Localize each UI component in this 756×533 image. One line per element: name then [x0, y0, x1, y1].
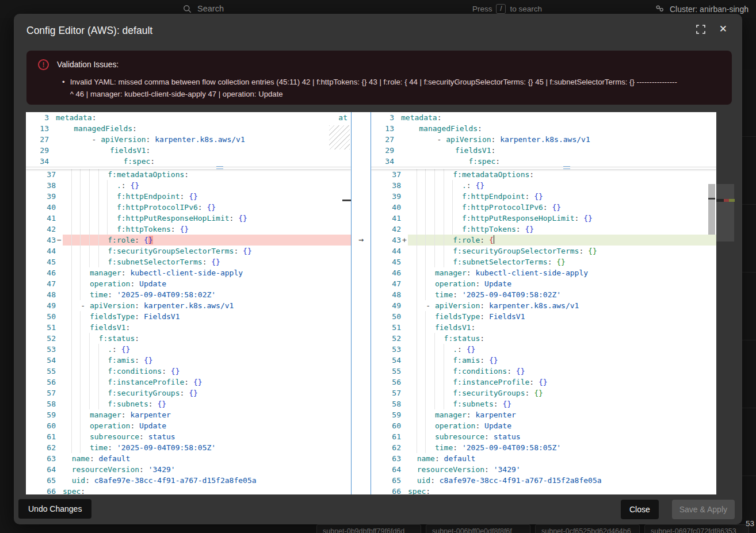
code-line[interactable]: 60operation: Update — [26, 420, 351, 431]
code-line[interactable]: 58f:subnets: {} — [26, 398, 351, 409]
slash-keycap: / — [496, 4, 506, 14]
code-line[interactable]: 27- apiVersion: karpenter.k8s.aws/v1 — [371, 134, 716, 145]
code-line[interactable]: 46manager: kubectl-client-side-apply — [371, 267, 716, 278]
code-line[interactable]: 42f:httpTokens: {} — [26, 224, 351, 235]
code-line[interactable]: 34f:spec: — [26, 156, 351, 167]
code-line[interactable]: 38.: {} — [26, 180, 351, 191]
code-line[interactable]: 63name: default — [371, 453, 716, 464]
line-number: 46 — [26, 267, 56, 278]
code-line[interactable]: 66spec: — [371, 486, 716, 494]
code-line[interactable]: 3metadata: — [371, 112, 716, 123]
code-line[interactable]: 53.: {} — [26, 344, 351, 355]
code-line[interactable]: 59manager: karpenter — [26, 409, 351, 420]
line-number: 54 — [26, 355, 56, 366]
save-apply-button[interactable]: Save & Apply — [672, 500, 735, 519]
line-number: 63 — [26, 453, 56, 464]
code-line[interactable]: 50fieldsType: FieldsV1 — [371, 311, 716, 322]
line-number: 38 — [26, 180, 56, 191]
code-line[interactable]: 58f:subnets: {} — [371, 398, 716, 409]
code-line[interactable]: 64resourceVersion: '3429' — [371, 464, 716, 475]
code-line[interactable]: 52f:status: — [26, 333, 351, 344]
code-line[interactable]: 13managedFields: — [26, 123, 351, 134]
code-line[interactable]: 48time: '2025-09-04T09:58:02Z' — [26, 289, 351, 300]
undo-changes-button[interactable]: Undo Changes — [18, 499, 91, 519]
code-line[interactable]: 41f:httpPutResponseHopLimit: {} — [26, 213, 351, 224]
line-number: 46 — [371, 267, 401, 278]
code-line[interactable]: 51fieldsV1: — [371, 322, 716, 333]
code-line[interactable]: 43−f:role: {} — [26, 235, 351, 246]
code-line[interactable]: 37f:metadataOptions: — [371, 169, 716, 180]
code-line[interactable]: 49- apiVersion: karpenter.k8s.aws/v1 — [26, 300, 351, 311]
line-number: 27 — [371, 134, 394, 145]
code-line[interactable]: 65uid: c8afe97e-38cc-4f91-a767-d15f2a8fe… — [371, 475, 716, 486]
code-line[interactable]: 62time: '2025-09-04T09:58:05Z' — [371, 442, 716, 453]
code-line[interactable]: 65uid: c8afe97e-38cc-4f91-a767-d15f2a8fe… — [26, 475, 351, 486]
code-line[interactable]: 54f:amis: {} — [371, 355, 716, 366]
code-line[interactable]: 44f:securityGroupSelectorTerms: {} — [26, 246, 351, 256]
line-number: 52 — [371, 333, 401, 344]
code-line[interactable]: 59manager: karpenter — [371, 409, 716, 420]
code-line[interactable]: 3metadata: — [26, 112, 351, 123]
code-line[interactable]: 34f:spec: — [371, 156, 716, 167]
code-line[interactable]: 52f:status: — [371, 333, 716, 344]
diff-marker: + — [401, 235, 408, 246]
diff-marker — [56, 246, 63, 256]
close-icon[interactable]: ✕ — [719, 24, 727, 34]
modal-title: Config Editor (AWS): default — [26, 24, 152, 37]
code-line[interactable]: 62time: '2025-09-04T09:58:05Z' — [26, 442, 351, 453]
code-line[interactable]: 66spec: — [26, 486, 351, 494]
code-line[interactable]: 53.: {} — [371, 344, 716, 355]
code-line[interactable]: 60operation: Update — [371, 420, 716, 431]
fullscreen-button[interactable] — [696, 24, 706, 34]
code-line[interactable]: 55f:conditions: {} — [26, 366, 351, 377]
code-line[interactable]: 61subresource: status — [371, 431, 716, 442]
indent-guides — [63, 388, 99, 398]
indent-guides — [63, 191, 108, 202]
code-line[interactable]: 13managedFields: — [371, 123, 716, 134]
revert-change-arrow[interactable]: → — [352, 235, 371, 246]
line-number: 3 — [26, 112, 49, 123]
code-line[interactable]: 47operation: Update — [26, 278, 351, 289]
diff-marker — [56, 420, 63, 431]
line-number: 54 — [371, 355, 401, 366]
code-line[interactable]: 63name: default — [26, 453, 351, 464]
code-line[interactable]: 42f:httpTokens: {} — [371, 224, 716, 235]
code-line[interactable]: 43+f:role: { — [371, 235, 716, 246]
code-line[interactable]: 27- apiVersion: karpenter.k8s.aws/v1 — [26, 134, 351, 145]
line-number: 39 — [26, 191, 56, 202]
code-line[interactable]: 41f:httpPutResponseHopLimit: {} — [371, 213, 716, 224]
close-button[interactable]: Close — [621, 500, 659, 519]
code-line[interactable]: 37f:metadataOptions: — [26, 169, 351, 180]
code-line[interactable]: 29fieldsV1: — [26, 145, 351, 156]
code-line[interactable]: 40f:httpProtocolIPv6: {} — [26, 202, 351, 213]
code-line[interactable]: 64resourceVersion: '3429' — [26, 464, 351, 475]
line-number: 55 — [26, 366, 56, 377]
code-line[interactable]: 39f:httpEndpoint: {} — [371, 191, 716, 202]
diff-marker — [56, 453, 63, 464]
code-line[interactable]: 38.: {} — [371, 180, 716, 191]
code-line[interactable]: 40f:httpProtocolIPv6: {} — [371, 202, 716, 213]
code-line[interactable]: 61subresource: status — [26, 431, 351, 442]
code-line[interactable]: 57f:securityGroups: {} — [371, 388, 716, 398]
diff-marker — [56, 388, 63, 398]
code-line[interactable]: 48time: '2025-09-04T09:58:02Z' — [371, 289, 716, 300]
code-line[interactable]: 57f:securityGroups: {} — [26, 388, 351, 398]
code-line[interactable]: 46manager: kubectl-client-side-apply — [26, 267, 351, 278]
code-line[interactable]: 47operation: Update — [371, 278, 716, 289]
indent-guides — [408, 420, 426, 431]
code-line[interactable]: 54f:amis: {} — [26, 355, 351, 366]
code-line[interactable]: 55f:conditions: {} — [371, 366, 716, 377]
code-line[interactable]: 56f:instanceProfile: {} — [26, 377, 351, 388]
code-line[interactable]: 51fieldsV1: — [26, 322, 351, 333]
code-line[interactable]: 50fieldsType: FieldsV1 — [26, 311, 351, 322]
code-line[interactable]: 39f:httpEndpoint: {} — [26, 191, 351, 202]
minimap-slider[interactable] — [716, 184, 734, 241]
line-number: 57 — [371, 388, 401, 398]
code-line[interactable]: 56f:instanceProfile: {} — [371, 377, 716, 388]
cluster-label: Cluster: anirban-singh — [670, 5, 749, 14]
code-line[interactable]: 45f:subnetSelectorTerms: {} — [371, 256, 716, 267]
code-line[interactable]: 49- apiVersion: karpenter.k8s.aws/v1 — [371, 300, 716, 311]
code-line[interactable]: 29fieldsV1: — [371, 145, 716, 156]
code-line[interactable]: 44f:securityGroupSelectorTerms: {} — [371, 246, 716, 256]
code-line[interactable]: 45f:subnetSelectorTerms: {} — [26, 256, 351, 267]
